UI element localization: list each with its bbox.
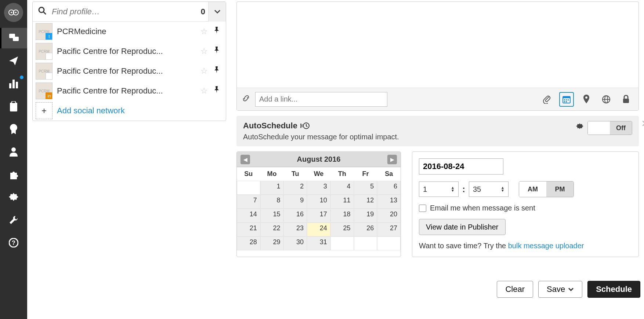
close-schedule-button[interactable]: ✕ [641, 118, 644, 129]
link-input[interactable] [255, 92, 387, 107]
profile-row[interactable]: PCRM◫ Pacific Centre for Reproduc... ☆ [33, 61, 226, 81]
calendar-day[interactable]: 21 [237, 223, 260, 236]
favorite-button[interactable]: ☆ [198, 47, 210, 56]
calendar-day[interactable]: 8 [260, 195, 284, 209]
profile-row[interactable]: PCRM◫ Pacific Centre for Reproduc... ☆ [33, 41, 226, 61]
pin-button[interactable] [210, 27, 223, 36]
calendar-day[interactable]: 5 [354, 181, 377, 195]
schedule-button[interactable] [559, 92, 574, 107]
lock-icon [622, 95, 630, 104]
search-icon [33, 7, 52, 17]
calendar-day[interactable]: 9 [283, 195, 307, 209]
profile-count: 0 [201, 7, 205, 16]
calendar-day[interactable]: 29 [260, 236, 284, 250]
nav-analytics[interactable] [0, 73, 27, 94]
calendar-widget: ◀ August 2016 ▶ SuMoTuWeThFrSa1234567891… [236, 151, 401, 257]
location-button[interactable] [579, 92, 594, 107]
calendar-day[interactable]: 24 [307, 223, 330, 236]
calendar-day[interactable]: 19 [354, 209, 377, 223]
clipboard-icon [9, 101, 18, 111]
toggle-off-side: Off [610, 121, 632, 135]
schedule-submit-button[interactable]: Schedule [587, 281, 640, 298]
wrench-icon [9, 215, 18, 225]
minute-stepper[interactable]: 35▲▼ [469, 182, 509, 197]
calendar-day[interactable]: 12 [354, 195, 377, 209]
profile-thumb: PCRM◫ [36, 43, 53, 60]
view-publisher-button[interactable]: View date in Publisher [419, 219, 506, 235]
profile-picker-panel: 0 PCRMt PCRMedicine ☆ PCRM◫ Pacific Cent… [32, 1, 226, 121]
add-social-link[interactable]: Add social network [57, 106, 125, 115]
calendar-day[interactable]: 2 [283, 181, 307, 195]
nav-publisher[interactable] [0, 51, 27, 71]
date-input[interactable] [419, 158, 503, 175]
nav-campaigns[interactable] [0, 119, 27, 139]
calendar-day[interactable]: 28 [237, 236, 260, 250]
message-textarea[interactable] [237, 2, 638, 88]
action-buttons: Clear Save Schedule [497, 281, 640, 298]
nav-assignments[interactable] [0, 96, 27, 117]
profile-chevron-button[interactable] [208, 2, 226, 22]
calendar-next-button[interactable]: ▶ [387, 155, 397, 164]
pin-button[interactable] [210, 86, 223, 96]
calendar-day[interactable]: 10 [307, 195, 330, 209]
profile-row[interactable]: PCRMin Pacific Centre for Reproduc... ☆ [33, 81, 226, 101]
email-notify-checkbox[interactable] [419, 205, 426, 212]
nav-streams[interactable] [0, 28, 27, 48]
calendar-dow: Fr [354, 167, 377, 181]
profile-search-input[interactable] [52, 7, 201, 16]
calendar-day[interactable]: 11 [330, 195, 354, 209]
bulk-uploader-link[interactable]: bulk message uploader [508, 242, 584, 250]
nav-help[interactable]: ? [0, 232, 27, 253]
calendar-day[interactable]: 15 [260, 209, 284, 223]
add-social-row: + Add social network [33, 101, 226, 121]
profile-row[interactable]: PCRMt PCRMedicine ☆ [33, 22, 226, 41]
add-social-button[interactable]: + [36, 102, 53, 119]
email-notify-row[interactable]: Email me when message is sent [419, 204, 632, 212]
favorite-button[interactable]: ☆ [198, 66, 210, 76]
privacy-button[interactable] [599, 92, 614, 107]
svg-line-17 [43, 12, 46, 14]
calendar-day[interactable]: 17 [307, 209, 330, 223]
calendar-prev-button[interactable]: ◀ [240, 155, 250, 164]
calendar-day[interactable]: 18 [330, 209, 354, 223]
nav-apps[interactable] [0, 164, 27, 185]
pin-button[interactable] [210, 47, 223, 56]
ampm-toggle[interactable]: AM PM [519, 181, 574, 197]
calendar-day[interactable]: 13 [377, 195, 401, 209]
pin-button[interactable] [210, 66, 223, 76]
autoschedule-toggle[interactable]: Off [587, 121, 632, 135]
email-notify-label: Email me when message is sent [430, 204, 535, 212]
calendar-day[interactable]: 26 [354, 223, 377, 236]
calendar-day[interactable]: 6 [377, 181, 401, 195]
attach-button[interactable] [539, 92, 554, 107]
network-badge-icon: ◫ [46, 73, 53, 80]
nav-contacts[interactable] [0, 142, 27, 162]
calendar-day[interactable]: 31 [307, 236, 330, 250]
favorite-button[interactable]: ☆ [198, 27, 210, 36]
autoschedule-settings-button[interactable] [576, 123, 584, 133]
calendar-day[interactable]: 7 [237, 195, 260, 209]
calendar-day[interactable]: 4 [330, 181, 354, 195]
nav-tools[interactable] [0, 210, 27, 230]
calendar-day[interactable]: 16 [283, 209, 307, 223]
network-badge-icon: ◫ [46, 53, 53, 60]
calendar-day[interactable]: 3 [307, 181, 330, 195]
calendar-day[interactable]: 25 [330, 223, 354, 236]
calendar-day[interactable]: 30 [283, 236, 307, 250]
pm-option[interactable]: PM [546, 182, 574, 197]
calendar-day[interactable]: 27 [377, 223, 401, 236]
app-logo[interactable] [4, 3, 23, 22]
clear-button[interactable]: Clear [497, 281, 533, 298]
profile-search-row: 0 [33, 2, 226, 22]
save-button[interactable]: Save [538, 281, 582, 298]
calendar-day[interactable]: 23 [283, 223, 307, 236]
hour-stepper[interactable]: 1▲▼ [419, 182, 459, 197]
calendar-day[interactable]: 14 [237, 209, 260, 223]
targeting-button[interactable] [619, 92, 633, 107]
calendar-day[interactable]: 22 [260, 223, 284, 236]
calendar-day[interactable]: 20 [377, 209, 401, 223]
am-option[interactable]: AM [519, 182, 546, 197]
favorite-button[interactable]: ☆ [198, 86, 210, 96]
nav-settings[interactable] [0, 187, 27, 208]
calendar-day[interactable]: 1 [260, 181, 284, 195]
